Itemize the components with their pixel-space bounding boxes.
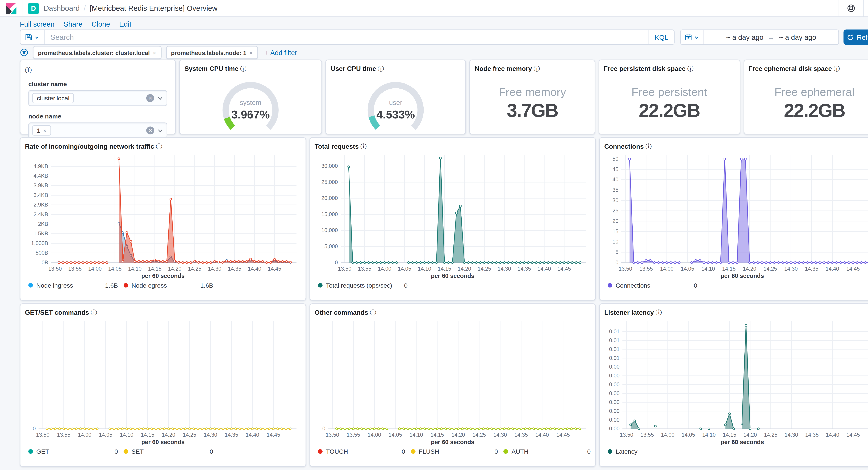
breadcrumb-separator: / bbox=[84, 4, 86, 12]
total-requests-chart[interactable]: 13:5013:5514:0014:0514:1014:1514:2014:25… bbox=[315, 150, 591, 273]
legend-label: SET bbox=[132, 448, 210, 455]
svg-text:25,000: 25,000 bbox=[321, 179, 338, 185]
info-icon[interactable]: ⓘ bbox=[834, 65, 840, 72]
getset-commands-chart[interactable]: 13:5013:5514:0014:0514:1014:1514:2014:25… bbox=[25, 317, 301, 439]
svg-text:14:00: 14:00 bbox=[368, 432, 381, 438]
close-icon[interactable]: × bbox=[153, 49, 156, 56]
svg-text:14:40: 14:40 bbox=[535, 432, 549, 438]
svg-text:14:45: 14:45 bbox=[267, 432, 280, 438]
svg-text:14:20: 14:20 bbox=[168, 266, 182, 272]
breadcrumb-dashboard[interactable]: Dashboard bbox=[43, 4, 80, 12]
panel-free-persistent: Free persistent disk spaceⓘ Free persist… bbox=[598, 60, 740, 135]
network-traffic-chart[interactable]: 13:5013:5514:0014:0514:1014:1514:2014:25… bbox=[25, 150, 301, 273]
refresh-button[interactable]: Refresh bbox=[843, 30, 868, 45]
svg-text:0: 0 bbox=[322, 425, 325, 432]
other-commands-chart[interactable]: 13:5013:5514:0014:0514:1014:1514:2014:25… bbox=[315, 317, 591, 439]
legend-item[interactable]: SET0 bbox=[124, 448, 213, 455]
dashboard-app-icon[interactable]: D bbox=[28, 3, 39, 14]
svg-text:13:50: 13:50 bbox=[48, 266, 62, 272]
legend-dot-icon bbox=[318, 283, 322, 288]
filter-pill-cluster[interactable]: prometheus.labels.cluster: cluster.local… bbox=[33, 46, 161, 59]
info-icon[interactable]: ⓘ bbox=[361, 143, 367, 150]
svg-text:14:30: 14:30 bbox=[493, 432, 507, 438]
search-group: KQL bbox=[20, 30, 675, 45]
newsfeed-button[interactable] bbox=[863, 0, 868, 17]
node-name-pill[interactable]: 1 × bbox=[32, 125, 51, 136]
cluster-name-select[interactable]: cluster.local ✕ bbox=[28, 90, 167, 106]
info-icon[interactable]: ⓘ bbox=[378, 65, 384, 72]
x-axis-label: per 60 seconds bbox=[315, 272, 591, 279]
close-icon[interactable]: × bbox=[43, 127, 46, 134]
legend-item[interactable]: Total requests (ops/sec)0 bbox=[318, 282, 408, 289]
metric-value: 22.2GB bbox=[784, 99, 845, 121]
close-icon[interactable]: × bbox=[249, 49, 253, 56]
legend-dot-icon bbox=[411, 449, 415, 454]
full-screen-link[interactable]: Full screen bbox=[20, 21, 55, 28]
svg-text:13:55: 13:55 bbox=[358, 266, 372, 272]
legend-dot-icon bbox=[504, 449, 508, 454]
listener-latency-chart[interactable]: 13:5013:5514:0014:0514:1014:1514:2014:25… bbox=[604, 317, 868, 439]
date-range[interactable]: ~ a day ago → ~ a day ago bbox=[704, 33, 838, 41]
info-icon[interactable]: ⓘ bbox=[370, 309, 376, 316]
legend-item[interactable]: TOUCH0 bbox=[318, 448, 405, 455]
clear-icon[interactable]: ✕ bbox=[147, 94, 155, 102]
svg-text:13:50: 13:50 bbox=[620, 432, 633, 438]
cluster-name-pill[interactable]: cluster.local bbox=[32, 93, 74, 104]
clone-link[interactable]: Clone bbox=[92, 21, 110, 28]
legend-item[interactable]: FLUSH0 bbox=[411, 448, 498, 455]
info-icon[interactable]: ⓘ bbox=[156, 143, 162, 150]
kibana-logo-icon[interactable] bbox=[0, 2, 23, 14]
svg-text:25: 25 bbox=[613, 208, 619, 214]
add-filter-link[interactable]: + Add filter bbox=[265, 49, 297, 56]
connections-chart[interactable]: 13:5013:5514:0014:0514:1014:1514:2014:25… bbox=[604, 150, 868, 273]
info-icon[interactable]: ⓘ bbox=[91, 309, 97, 316]
legend-item[interactable]: Node egress1.6B bbox=[124, 282, 213, 289]
svg-text:user: user bbox=[390, 99, 403, 106]
legend-item[interactable]: Latency bbox=[608, 448, 697, 455]
svg-text:0.00: 0.00 bbox=[609, 425, 620, 432]
filter-pill-node[interactable]: prometheus.labels.node: 1 × bbox=[166, 46, 258, 59]
legend-item[interactable]: Connections0 bbox=[608, 282, 697, 289]
info-icon[interactable]: ⓘ bbox=[534, 65, 540, 72]
legend-item[interactable]: AUTH0 bbox=[504, 448, 591, 455]
panel-total-requests: Total requestsⓘ 13:5013:5514:0014:0514:1… bbox=[310, 137, 596, 300]
svg-text:45: 45 bbox=[613, 166, 619, 172]
help-button[interactable] bbox=[838, 0, 863, 17]
info-icon[interactable]: ⓘ bbox=[687, 65, 693, 72]
life-ring-icon bbox=[847, 4, 855, 12]
filter-options-icon[interactable] bbox=[20, 48, 28, 57]
query-language-button[interactable]: KQL bbox=[648, 30, 674, 44]
share-link[interactable]: Share bbox=[64, 21, 83, 28]
date-from[interactable]: ~ a day ago bbox=[726, 33, 763, 41]
legend-label: AUTH bbox=[512, 448, 587, 455]
info-icon[interactable]: ⓘ bbox=[240, 65, 246, 72]
date-quick-select-button[interactable] bbox=[681, 30, 704, 44]
svg-text:14:40: 14:40 bbox=[248, 266, 261, 272]
svg-text:14:45: 14:45 bbox=[557, 266, 571, 272]
legend-value: 1.6B bbox=[200, 282, 213, 289]
svg-text:0.00: 0.00 bbox=[609, 408, 620, 414]
svg-text:14:30: 14:30 bbox=[785, 432, 798, 438]
clear-icon[interactable]: ✕ bbox=[147, 126, 155, 135]
info-icon[interactable]: ⓘ bbox=[656, 309, 662, 316]
save-icon bbox=[25, 33, 32, 41]
query-bar: KQL ~ a day ago → ~ a day ago bbox=[20, 30, 868, 45]
legend-item[interactable]: GET0 bbox=[28, 448, 118, 455]
svg-text:0.01: 0.01 bbox=[609, 355, 620, 361]
node-name-select[interactable]: 1 × ✕ bbox=[28, 122, 167, 138]
svg-text:14:20: 14:20 bbox=[458, 266, 471, 272]
info-icon[interactable]: ⓘ bbox=[646, 143, 652, 150]
legend-label: Connections bbox=[616, 282, 694, 289]
date-to[interactable]: ~ a day ago bbox=[779, 33, 816, 41]
edit-link[interactable]: Edit bbox=[119, 21, 131, 28]
svg-text:3.4KB: 3.4KB bbox=[33, 192, 48, 198]
svg-text:13:55: 13:55 bbox=[639, 266, 653, 272]
saved-query-button[interactable] bbox=[21, 30, 45, 44]
legend-item[interactable]: Node ingress1.6B bbox=[28, 282, 118, 289]
system-cpu-gauge: system3.967% bbox=[185, 72, 317, 131]
dashboard-grid: ⓘ cluster name cluster.local ✕ bbox=[20, 60, 868, 467]
search-input[interactable] bbox=[45, 33, 649, 41]
info-icon[interactable]: ⓘ bbox=[25, 66, 32, 74]
svg-text:14:35: 14:35 bbox=[228, 266, 242, 272]
panel-controls: ⓘ cluster name cluster.local ✕ bbox=[20, 60, 176, 135]
